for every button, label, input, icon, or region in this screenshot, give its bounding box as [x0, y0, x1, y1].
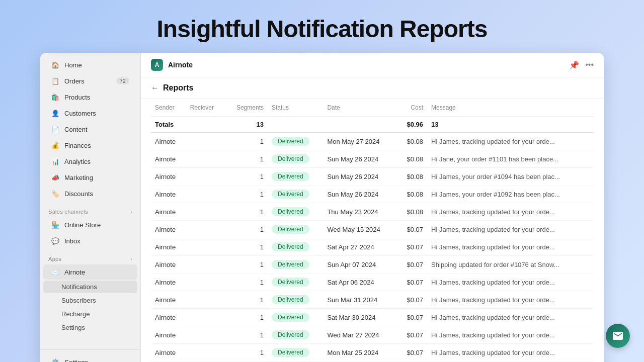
sidebar-item-label: Analytics	[64, 158, 91, 165]
cell-cost: $0.07	[397, 221, 427, 238]
cell-date: Sun Mar 31 2024	[323, 291, 397, 309]
col-segments: Segments	[225, 99, 268, 117]
apps-section-header[interactable]: Apps ›	[40, 249, 140, 264]
table-row[interactable]: Airnote 1 Delivered Mon May 27 2024 $0.0…	[151, 133, 594, 150]
cell-message: Hi James, tracking updated for your orde…	[427, 326, 594, 344]
sales-channels-header[interactable]: Sales channels ›	[40, 202, 140, 217]
cell-cost: $0.08	[397, 186, 427, 203]
cell-segments: 1	[225, 238, 268, 256]
cell-receiver	[186, 150, 225, 168]
cell-sender: Airnote	[151, 186, 186, 203]
sidebar-item-orders[interactable]: 📋 Orders 72	[43, 73, 137, 88]
cell-segments: 1	[225, 291, 268, 309]
sidebar-item-finances[interactable]: 💰 Finances	[43, 138, 137, 153]
cell-message: Hi James, tracking updated for your orde…	[427, 344, 594, 361]
table-row[interactable]: Airnote 1 Delivered Sun Apr 07 2024 $0.0…	[151, 256, 594, 274]
cell-message: Hi James, tracking updated for your orde…	[427, 309, 594, 326]
customers-icon: 👤	[51, 109, 59, 117]
cell-date: Wed Mar 27 2024	[323, 326, 397, 344]
cell-cost: $0.08	[397, 203, 427, 221]
sidebar-subitem-recharge[interactable]: Recharge	[43, 308, 137, 320]
cell-date: Sun May 26 2024	[323, 150, 397, 168]
cell-sender: Airnote	[151, 150, 186, 168]
table-row[interactable]: Airnote 1 Delivered Sat Apr 06 2024 $0.0…	[151, 274, 594, 291]
table-row[interactable]: Airnote 1 Delivered Sun Mar 31 2024 $0.0…	[151, 291, 594, 309]
totals-label: Totals	[151, 117, 186, 133]
col-cost: Cost	[397, 99, 427, 117]
sidebar-item-customers[interactable]: 👤 Customers	[43, 106, 137, 121]
cell-cost: $0.07	[397, 256, 427, 274]
sidebar-item-online-store[interactable]: 🏪 Online Store	[43, 217, 137, 232]
reports-table: Sender Reciever Segments Status Date Cos…	[151, 99, 594, 361]
cell-message: Hi James, tracking updated for your orde…	[427, 203, 594, 221]
table-row[interactable]: Airnote 1 Delivered Sun May 26 2024 $0.0…	[151, 150, 594, 168]
app-container: 🏠 Home 📋 Orders 72 🛍️ Products 👤 Custome…	[40, 53, 604, 362]
settings-label: Settings	[64, 358, 88, 363]
cell-status: Delivered	[268, 291, 323, 309]
online-store-icon: 🏪	[51, 221, 59, 229]
cell-cost: $0.08	[397, 150, 427, 168]
table-header: Sender Reciever Segments Status Date Cos…	[151, 99, 594, 117]
sidebar-item-marketing[interactable]: 📣 Marketing	[43, 170, 137, 185]
settings-icon: ⚙️	[51, 358, 59, 362]
finances-icon: 💰	[51, 141, 59, 149]
sidebar-subitem-notifications[interactable]: Notifications	[43, 281, 137, 293]
sidebar-subitem-settings-app[interactable]: Settings	[43, 321, 137, 334]
subscribers-label: Subscribers	[61, 297, 96, 304]
sidebar-item-inbox[interactable]: 💬 Inbox	[43, 233, 137, 248]
table-row[interactable]: Airnote 1 Delivered Sat Apr 27 2024 $0.0…	[151, 238, 594, 256]
cell-sender: Airnote	[151, 344, 186, 361]
table-row[interactable]: Airnote 1 Delivered Sun May 26 2024 $0.0…	[151, 186, 594, 203]
table-wrapper: Sender Reciever Segments Status Date Cos…	[141, 99, 604, 362]
table-row[interactable]: Airnote 1 Delivered Wed Mar 27 2024 $0.0…	[151, 326, 594, 344]
sidebar-item-label: Home	[64, 61, 82, 69]
cell-message: Shipping updated for order #1076 at Snow…	[427, 256, 594, 274]
more-icon[interactable]: •••	[585, 60, 594, 69]
table-row[interactable]: Airnote 1 Delivered Mon Mar 25 2024 $0.0…	[151, 344, 594, 361]
pin-icon[interactable]: 📌	[569, 60, 579, 70]
cell-status: Delivered	[268, 309, 323, 326]
cell-status: Delivered	[268, 186, 323, 203]
cell-date: Mon Mar 25 2024	[323, 344, 397, 361]
sidebar-subitem-subscribers[interactable]: Subscribers	[43, 294, 137, 307]
cell-cost: $0.07	[397, 291, 427, 309]
cell-receiver	[186, 133, 225, 150]
marketing-icon: 📣	[51, 173, 59, 182]
col-date: Date	[323, 99, 397, 117]
sidebar-item-content[interactable]: 📄 Content	[43, 122, 137, 137]
sidebar-item-analytics[interactable]: 📊 Analytics	[43, 154, 137, 169]
cell-segments: 1	[225, 326, 268, 344]
back-button[interactable]: ←	[151, 83, 159, 93]
cell-receiver	[186, 274, 225, 291]
cell-date: Sat Apr 06 2024	[323, 274, 397, 291]
cell-segments: 1	[225, 221, 268, 238]
sidebar-item-label: Online Store	[64, 221, 101, 229]
cell-message: Hi James, your order #1094 has been plac…	[427, 168, 594, 186]
totals-cost: $0.96	[397, 117, 427, 133]
airnote-icon: ✉️	[51, 268, 59, 276]
sidebar-item-discounts[interactable]: 🏷️ Discounts	[43, 186, 137, 201]
table-row[interactable]: Airnote 1 Delivered Thu May 23 2024 $0.0…	[151, 203, 594, 221]
sidebar-item-home[interactable]: 🏠 Home	[43, 57, 137, 72]
sidebar-item-products[interactable]: 🛍️ Products	[43, 89, 137, 105]
reports-title: Reports	[163, 83, 193, 93]
cell-segments: 1	[225, 309, 268, 326]
col-sender: Sender	[151, 99, 186, 117]
sidebar-item-airnote[interactable]: ✉️ Airnote	[43, 264, 137, 280]
cell-cost: $0.08	[397, 133, 427, 150]
cell-segments: 1	[225, 186, 268, 203]
sidebar-item-settings[interactable]: ⚙️ Settings	[43, 354, 137, 362]
cell-receiver	[186, 203, 225, 221]
sidebar-item-label: Finances	[64, 142, 91, 149]
table-row[interactable]: Airnote 1 Delivered Sun May 26 2024 $0.0…	[151, 168, 594, 186]
table-row[interactable]: Airnote 1 Delivered Wed May 15 2024 $0.0…	[151, 221, 594, 238]
cell-sender: Airnote	[151, 168, 186, 186]
fab-button[interactable]	[606, 324, 630, 348]
cell-sender: Airnote	[151, 203, 186, 221]
sidebar-item-label: Content	[64, 126, 88, 133]
sales-channels-label: Sales channels	[48, 209, 88, 215]
cell-message: Hi James, tracking updated for your orde…	[427, 274, 594, 291]
cell-segments: 1	[225, 150, 268, 168]
table-row[interactable]: Airnote 1 Delivered Sat Mar 30 2024 $0.0…	[151, 309, 594, 326]
cell-sender: Airnote	[151, 309, 186, 326]
